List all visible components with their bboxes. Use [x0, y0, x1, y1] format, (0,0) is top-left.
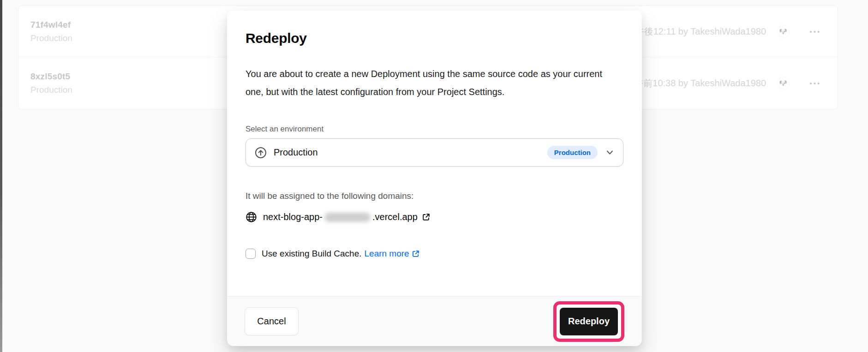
redeploy-modal: Redeploy You are about to create a new D…	[227, 11, 642, 346]
row-menu-icon[interactable]: •••	[807, 28, 824, 36]
deployment-meta: 午前10:38 by TakeshiWada1980 🐶 •••	[634, 77, 824, 89]
deployment-id: 8xzl5s0t5	[30, 72, 72, 82]
domain-suffix: .vercel.app	[372, 212, 418, 222]
deployment-id: 71f4wl4ef	[30, 20, 72, 30]
deployment-info: 8xzl5s0t5 Production	[30, 72, 72, 95]
environment-badge: Production	[547, 146, 598, 159]
domain-link[interactable]: next-blog-app- .vercel.app	[263, 212, 418, 222]
domain-redacted-blur	[324, 213, 371, 222]
domain-prefix: next-blog-app-	[263, 212, 323, 222]
external-link-icon[interactable]	[422, 213, 431, 221]
environment-select[interactable]: Production Production	[245, 138, 623, 167]
modal-description: You are about to create a new Deployment…	[245, 65, 617, 101]
modal-footer: Cancel Redeploy	[227, 296, 642, 346]
globe-icon	[245, 211, 257, 223]
deployment-info: 71f4wl4ef Production	[30, 20, 72, 43]
deployment-environment: Production	[30, 33, 72, 43]
domain-row: next-blog-app- .vercel.app	[245, 211, 623, 223]
cancel-button[interactable]: Cancel	[245, 307, 299, 335]
avatar[interactable]: 🐶	[777, 77, 790, 89]
build-cache-row: Use existing Build Cache. Learn more	[245, 249, 623, 259]
deployment-meta: 午後12:11 by TakeshiWada1980 🐶 •••	[635, 25, 824, 38]
deployment-timestamp: 午前10:38 by TakeshiWada1980	[634, 77, 766, 89]
chevron-down-icon	[605, 148, 614, 157]
external-link-icon	[412, 250, 420, 258]
environment-selected-value: Production	[274, 147, 318, 158]
modal-title: Redeploy	[245, 31, 623, 46]
avatar[interactable]: 🐶	[777, 25, 790, 38]
build-cache-checkbox[interactable]	[245, 249, 256, 259]
deployment-timestamp: 午後12:11 by TakeshiWada1980	[635, 25, 766, 38]
window-edge	[0, 0, 2, 352]
deployment-environment: Production	[30, 85, 72, 95]
row-menu-icon[interactable]: •••	[807, 79, 824, 87]
redeploy-button[interactable]: Redeploy	[560, 308, 618, 335]
arrow-up-circle-icon	[255, 147, 267, 159]
learn-more-label: Learn more	[365, 249, 409, 259]
build-cache-label: Use existing Build Cache.	[262, 249, 362, 259]
environment-select-label: Select an environment	[245, 125, 623, 134]
learn-more-link[interactable]: Learn more	[365, 249, 420, 259]
domains-heading: It will be assigned to the following dom…	[245, 191, 623, 201]
